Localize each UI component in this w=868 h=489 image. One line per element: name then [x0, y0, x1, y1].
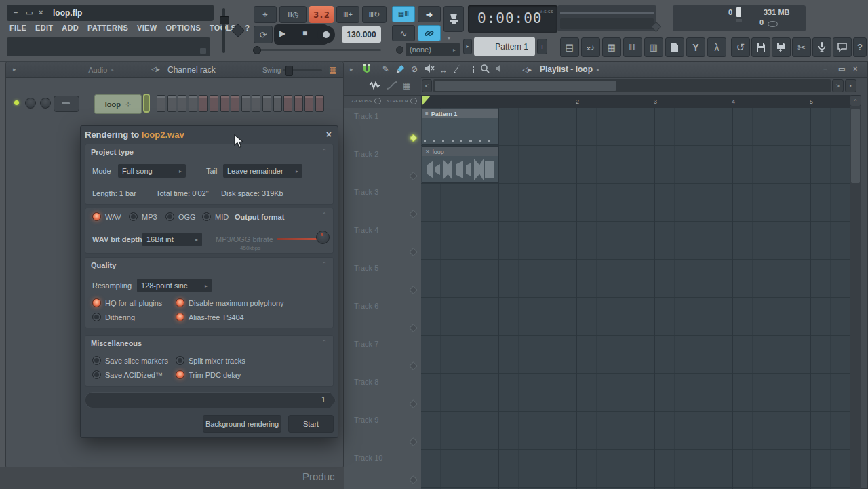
- audio-clip-source-icon[interactable]: [369, 81, 381, 90]
- step-button[interactable]: [283, 95, 292, 112]
- option-hq-plugins[interactable]: HQ for all plugins: [92, 298, 162, 307]
- scroll-right-button[interactable]: >: [832, 79, 844, 92]
- track-name[interactable]: Track 8: [354, 378, 378, 386]
- playlist-minimize-icon[interactable]: –: [823, 64, 827, 73]
- option-trim-pdc[interactable]: Trim PDC delay: [176, 370, 241, 379]
- channel-button[interactable]: loop ⊹: [94, 94, 142, 114]
- tail-dropdown[interactable]: Leave remainder▸: [223, 164, 302, 178]
- step-button[interactable]: [167, 95, 176, 112]
- playlist-menu-arrow-icon[interactable]: ▸: [597, 66, 599, 73]
- track-led[interactable]: [409, 437, 418, 446]
- section-header[interactable]: Project type: [85, 144, 333, 156]
- step-button[interactable]: [199, 95, 208, 112]
- browser-toggle-icon[interactable]: ▥: [644, 37, 663, 57]
- chat-icon[interactable]: [833, 37, 852, 57]
- step-edit-icon[interactable]: ▦Ⅲ: [392, 6, 415, 22]
- link-icon[interactable]: [418, 25, 441, 41]
- step-button[interactable]: [231, 95, 239, 112]
- step-button[interactable]: [304, 95, 313, 112]
- piano-roll-toggle-icon[interactable]: 𝄪♪: [581, 37, 600, 57]
- delete-tool-icon[interactable]: ⊘: [411, 64, 418, 74]
- step-button[interactable]: [157, 95, 165, 112]
- playback-tool-icon[interactable]: ↔: [439, 65, 448, 75]
- zoom-fit-button[interactable]: ▪: [845, 79, 856, 92]
- track-led[interactable]: [409, 361, 418, 370]
- menu-view[interactable]: VIEW: [137, 24, 157, 35]
- collapse-icon[interactable]: ⌃: [321, 148, 327, 155]
- loop-record-icon[interactable]: Ⅲ+: [336, 6, 359, 23]
- mixer-toggle-icon[interactable]: ‖‖: [623, 37, 642, 57]
- overdub-icon[interactable]: Ⅲ↻: [362, 6, 387, 23]
- pattern-clip-source-icon[interactable]: ▦: [403, 81, 410, 90]
- step-button[interactable]: [189, 95, 197, 112]
- maximize-icon[interactable]: ▭: [26, 8, 33, 17]
- collapse-icon[interactable]: ⌃: [321, 339, 327, 346]
- preview-tool-icon[interactable]: [495, 64, 503, 73]
- format-option-ogg[interactable]: OGG: [165, 212, 196, 221]
- track-led[interactable]: [409, 399, 418, 408]
- wait-for-input-icon[interactable]: Ⅲ◷: [279, 6, 307, 23]
- menu-edit[interactable]: EDIT: [35, 24, 53, 35]
- step-button[interactable]: [220, 95, 229, 112]
- chevron-down-icon[interactable]: ▼: [446, 35, 452, 41]
- section-header[interactable]: Miscellaneous: [85, 336, 333, 347]
- resampling-dropdown[interactable]: 128-point sinc▸: [137, 279, 212, 292]
- track-led[interactable]: [409, 210, 418, 218]
- playlist-maximize-icon[interactable]: ▭: [838, 64, 845, 73]
- swing-slider[interactable]: [283, 69, 322, 71]
- step-button[interactable]: [315, 95, 324, 112]
- playlist-grid[interactable]: ≡ Pattern 1 ✕ loop: [421, 108, 850, 489]
- master-volume-slider[interactable]: [222, 8, 225, 53]
- repeat-button[interactable]: ⟳: [254, 26, 273, 43]
- play-button[interactable]: ▶: [279, 28, 285, 38]
- stretch-toggle[interactable]: STRETCH: [387, 98, 417, 104]
- mute-tool-icon[interactable]: [425, 64, 435, 73]
- option-split-mixer[interactable]: Split mixer tracks: [176, 356, 245, 365]
- detach-arrow-icon[interactable]: ▸: [350, 66, 353, 73]
- countdown-icon[interactable]: ➜: [418, 6, 441, 22]
- channel-enable-led[interactable]: [14, 100, 19, 105]
- help-icon[interactable]: ?: [853, 37, 867, 57]
- timeline[interactable]: 2 3 4 5 6: [421, 95, 850, 109]
- undo-icon[interactable]: ↺: [731, 37, 750, 57]
- select-tool-icon[interactable]: [467, 66, 474, 73]
- menu-patterns[interactable]: PATTERNS: [87, 24, 128, 35]
- group-filter-selector[interactable]: Audio ▸: [67, 64, 135, 75]
- playlist-close-icon[interactable]: ×: [853, 64, 857, 73]
- detach-arrow-icon[interactable]: ▸: [13, 66, 16, 73]
- track-led[interactable]: [409, 172, 418, 180]
- v-scrollbar-thumb[interactable]: [851, 109, 860, 183]
- collapse-icon[interactable]: ⌃: [321, 261, 327, 268]
- microphone-icon[interactable]: [812, 37, 831, 57]
- bitrate-slider[interactable]: [277, 238, 319, 240]
- tempo-display[interactable]: 130.000: [342, 26, 381, 43]
- snap-magnet-icon[interactable]: [362, 64, 372, 74]
- track-name[interactable]: Track 7: [354, 340, 378, 348]
- audio-clip[interactable]: ✕ loop: [422, 146, 499, 183]
- step-button[interactable]: [178, 95, 186, 112]
- section-header[interactable]: Quality: [85, 258, 333, 269]
- track-name[interactable]: Track 5: [354, 264, 378, 272]
- pattern-prev-button[interactable]: ▸: [463, 39, 472, 54]
- h-scrollbar[interactable]: [433, 79, 831, 92]
- step-button[interactable]: [294, 95, 303, 112]
- rack-grid-icon[interactable]: ▦: [329, 65, 336, 75]
- bit-depth-dropdown[interactable]: 16Bit int▸: [142, 233, 202, 246]
- track-name[interactable]: Track 6: [354, 302, 378, 310]
- export-cut-icon[interactable]: ✂: [792, 37, 811, 57]
- dialog-close-icon[interactable]: ×: [326, 129, 332, 140]
- menu-help[interactable]: ?: [245, 24, 250, 35]
- collapse-icon[interactable]: ⌃: [321, 212, 327, 218]
- midi-input-selector[interactable]: (none)▸: [406, 43, 460, 56]
- option-acidized[interactable]: Save ACIDized™: [92, 370, 163, 379]
- plugin-picker-icon[interactable]: [665, 37, 684, 57]
- pattern-selector[interactable]: Pattern 1: [474, 37, 535, 56]
- channel-mute-button[interactable]: [54, 96, 79, 112]
- save-as-icon[interactable]: [772, 37, 791, 57]
- scroll-left-button[interactable]: <: [422, 79, 432, 92]
- track-led[interactable]: [409, 475, 418, 484]
- pattern-add-button[interactable]: +: [537, 39, 547, 54]
- option-dithering[interactable]: Dithering: [92, 313, 135, 321]
- channel-rack-toggle-icon[interactable]: ▦: [602, 37, 621, 57]
- track-led[interactable]: [409, 248, 418, 256]
